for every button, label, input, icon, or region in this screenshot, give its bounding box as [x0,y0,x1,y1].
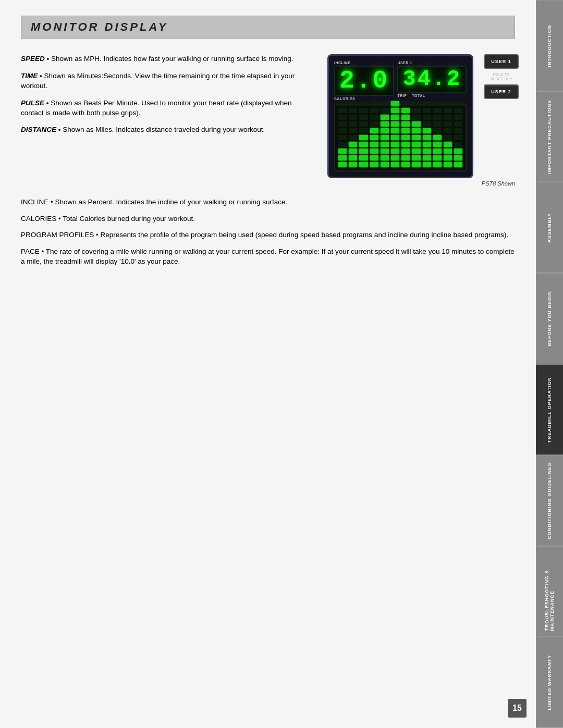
sidebar-tab-precautions[interactable]: IMPORTANT PRECAUTIONS [536,91,563,182]
sidebar: INTRODUCTION IMPORTANT PRECAUTIONS ASSEM… [536,0,563,728]
bar-col-7 [412,101,420,167]
bar-dot [401,101,410,106]
bar-dot [433,101,442,106]
bar-dot [338,135,347,140]
bar-dot [338,128,347,133]
lcd-value-right: 34.2 [397,66,467,93]
bar-col-1 [349,101,357,167]
bar-dot [444,142,452,147]
bar-dot [423,101,431,106]
content-layout: SPEED • Shown as MPH. Indicates how fast… [21,54,515,187]
bar-dot [370,135,378,140]
bar-dot [444,135,452,140]
bar-dot [338,121,347,127]
bar-dot [370,115,378,120]
bullet-incline: • [51,198,53,206]
bar-dot [401,135,410,140]
right-panel-buttons: USER 1 HOLD TORESET TRIP USER 2 [484,54,519,99]
bar-dot [401,115,410,120]
bar-dot [444,115,452,120]
sidebar-tab-conditioning[interactable]: CONDITIONING GUIDELINES [536,455,563,546]
bar-col-0 [338,101,347,167]
bar-dot [423,115,431,120]
desc-pulse: Shown as Beats Per Minute. Used to monit… [21,99,292,117]
label-total: TOTAL [412,94,425,97]
full-text-section: INCLINE • Shown as Percent. Indicates th… [21,197,515,267]
bar-dot [338,149,347,154]
sidebar-tab-assembly[interactable]: ASSEMBLY [536,182,563,273]
bar-dot [454,108,462,113]
bar-dot [338,115,347,120]
bar-col-8 [423,101,431,167]
bar-dot [338,108,347,113]
bar-dot [349,142,357,147]
term-time: TIME [21,72,38,80]
term-calories: CALORIES [21,215,56,223]
desc-speed: Shown as MPH. Indicates how fast your wa… [51,55,293,63]
bar-dot [381,121,389,127]
bar-dot [338,155,347,161]
bar-dot [423,108,431,113]
bar-dot [381,128,389,133]
bar-dot [433,121,442,127]
bar-dot [359,135,368,140]
bar-dot [444,101,452,106]
bar-dot [401,128,410,133]
bar-col-3 [370,101,378,167]
user1-button[interactable]: USER 1 [484,54,519,69]
bar-dot [412,155,420,161]
bar-dot [381,149,389,154]
bar-dot [454,155,462,161]
sidebar-tab-introduction[interactable]: INTRODUCTION [536,0,563,91]
bar-dot [401,121,410,127]
bar-dot [370,101,378,106]
bar-dot [359,155,368,161]
sidebar-tab-treadmill[interactable]: TREADMILL OPERATION [536,364,563,455]
bar-dot [433,142,442,147]
bar-dot [338,101,347,106]
bullet-speed: • [47,55,50,63]
bar-dot [381,142,389,147]
bar-col-9 [433,101,442,167]
bar-dot [444,128,452,133]
bar-dot [381,108,389,113]
bar-dot [338,162,347,167]
bar-col-11 [454,101,462,167]
bar-dot [349,128,357,133]
user2-button[interactable]: USER 2 [484,84,519,99]
def-incline: INCLINE • Shown as Percent. Indicates th… [21,197,515,207]
bar-dot [349,135,357,140]
label-user1-top: USER 1 [397,61,412,65]
pst8-caption: PST8 Shown [327,180,515,187]
bar-dot [381,135,389,140]
bar-dot [359,108,368,113]
bar-dot [454,115,462,120]
bullet-time: • [40,72,42,80]
sidebar-tab-warranty[interactable]: LIMITED WARRANTY [536,637,563,728]
bar-dot [444,108,452,113]
bar-dot [454,101,462,106]
bar-dot [412,162,420,167]
lcd-block-right: USER 1 34.2 TRIP TOTAL [397,61,467,97]
term-incline: INCLINE [21,198,48,206]
bar-dot [381,115,389,120]
bar-dot [454,128,462,133]
bar-dot [391,115,399,120]
label-calories: CALORIES [334,97,355,101]
desc-calories: Total Calories burned during your workou… [63,215,195,223]
bar-dot [401,142,410,147]
hold-reset-label: HOLD TORESET TRIP [484,72,519,81]
bar-dot [359,101,368,106]
bar-dot [349,108,357,113]
sidebar-tab-before[interactable]: BEFORE YOU BEGIN [536,273,563,364]
bar-dot [444,149,452,154]
bar-dot [401,162,410,167]
bar-dot [370,142,378,147]
sidebar-tab-troubleshooting[interactable]: TROUBLESHOOTING & MAINTENANCE [536,546,563,637]
desc-program-profiles: Represents the profile of the program be… [101,231,509,239]
bar-graph [334,104,467,171]
bar-dot [423,142,431,147]
lcd-block-left: INCLINE 2.0 CALORIES [334,61,394,101]
bullet-pace: • [42,248,44,255]
bar-dot [370,121,378,127]
